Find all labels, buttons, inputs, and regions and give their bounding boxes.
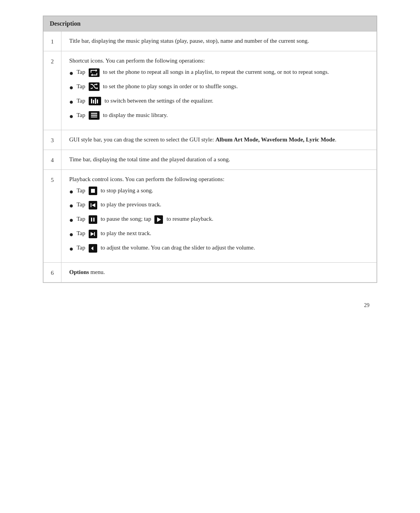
page-number: 29 <box>43 298 377 312</box>
stop-icon <box>89 187 97 195</box>
bullet-dot: ● <box>69 244 74 255</box>
row-description: Time bar, displaying the total time and … <box>61 150 377 169</box>
svg-rect-2 <box>95 98 96 104</box>
row-number: 6 <box>44 263 61 283</box>
list-item: ●Tap to set the phone to repeat all song… <box>69 68 369 79</box>
row-number: 3 <box>44 130 61 150</box>
list-item: ●Tap to pause the song; tap to resume pl… <box>69 215 369 226</box>
bullet-dot: ● <box>69 111 74 122</box>
svg-rect-1 <box>93 100 94 103</box>
row-description: Title bar, displaying the music playing … <box>61 31 377 51</box>
row-description: Shortcut icons. You can perform the foll… <box>61 51 377 130</box>
bullets-intro: Playback control icons. You can perform … <box>69 174 369 184</box>
equalizer-icon <box>89 97 101 105</box>
table-row: 5Playback control icons. You can perform… <box>44 169 377 262</box>
bullet-content: Tap to play the previous track. <box>77 200 161 209</box>
bullet-content: Tap to switch between the settings of th… <box>77 96 214 106</box>
bullet-dot: ● <box>69 201 74 211</box>
svg-rect-5 <box>91 115 97 116</box>
svg-rect-9 <box>91 203 91 207</box>
svg-rect-4 <box>91 113 97 114</box>
description-table: Description 1Title bar, displaying the m… <box>43 16 377 283</box>
shuffle-icon <box>89 82 100 91</box>
pause-icon <box>89 215 97 224</box>
table-header: Description <box>44 16 377 31</box>
row-description: Options menu. <box>61 263 377 283</box>
row-number: 2 <box>44 51 61 130</box>
bullet-content: Tap to pause the song; tap to resume pla… <box>77 215 214 224</box>
table-row: 4Time bar, displaying the total time and… <box>44 150 377 169</box>
list-item: ●Tap to set the phone to play songs in o… <box>69 82 369 93</box>
list-item: ●Tap to switch between the settings of t… <box>69 96 369 108</box>
bullet-dot: ● <box>69 68 74 79</box>
bullet-content: Tap to play the next track. <box>77 229 151 238</box>
svg-rect-3 <box>97 99 98 103</box>
play-icon <box>154 215 163 224</box>
bullet-dot: ● <box>69 215 74 226</box>
table-row: 6Options menu. <box>44 263 377 283</box>
svg-rect-14 <box>94 232 95 236</box>
row-number: 4 <box>44 150 61 169</box>
list-item: ●Tap to display the music library. <box>69 111 369 122</box>
svg-rect-6 <box>91 117 97 117</box>
repeat-icon <box>89 68 100 77</box>
table-container: Description 1Title bar, displaying the m… <box>43 16 377 283</box>
bullet-content: Tap to set the phone to play songs in or… <box>77 82 238 91</box>
next-icon <box>89 230 97 238</box>
list-item: ●Tap to play the previous track. <box>69 200 369 211</box>
svg-rect-12 <box>93 218 94 222</box>
svg-rect-8 <box>91 189 95 193</box>
bullet-dot: ● <box>69 229 74 240</box>
bullet-dot: ● <box>69 97 74 108</box>
bullet-content: Tap to adjust the volume. You can drag t… <box>77 243 255 253</box>
list-item: ●Tap to play the next track. <box>69 229 369 240</box>
row-description: GUI style bar, you can drag the screen t… <box>61 130 377 150</box>
bullet-dot: ● <box>69 187 74 197</box>
svg-rect-11 <box>91 218 92 222</box>
library-icon <box>89 111 100 120</box>
svg-marker-13 <box>157 217 161 222</box>
row-number: 5 <box>44 169 61 262</box>
list-item: ●Tap to adjust the volume. You can drag … <box>69 243 369 255</box>
svg-marker-16 <box>91 246 93 250</box>
svg-marker-10 <box>92 203 95 207</box>
prev-icon <box>89 201 97 209</box>
table-row: 3GUI style bar, you can drag the screen … <box>44 130 377 150</box>
bullet-content: Tap to display the music library. <box>77 111 168 120</box>
bullet-content: Tap to set the phone to repeat all songs… <box>77 68 329 77</box>
volume-icon <box>89 244 97 253</box>
svg-rect-0 <box>91 99 92 103</box>
bullets-intro: Shortcut icons. You can perform the foll… <box>69 56 369 65</box>
bullet-dot: ● <box>69 82 74 93</box>
svg-marker-15 <box>91 232 94 236</box>
svg-rect-7 <box>91 113 97 113</box>
table-row: 1Title bar, displaying the music playing… <box>44 31 377 51</box>
row-number: 1 <box>44 31 61 51</box>
table-row: 2Shortcut icons. You can perform the fol… <box>44 51 377 130</box>
bullet-content: Tap to stop playing a song. <box>77 186 153 195</box>
row-description: Playback control icons. You can perform … <box>61 169 377 262</box>
list-item: ●Tap to stop playing a song. <box>69 186 369 197</box>
